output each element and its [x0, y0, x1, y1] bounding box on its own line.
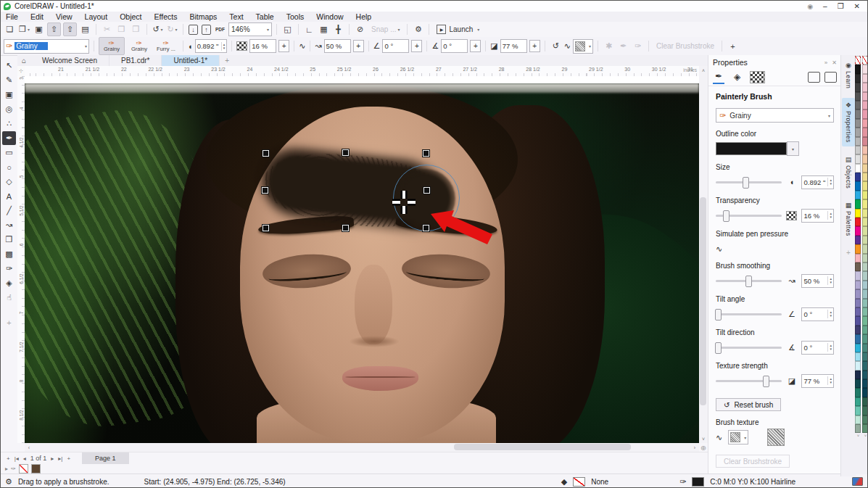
- horizontal-scrollbar[interactable]: ‹ ›: [25, 443, 699, 452]
- clear-brushstroke-button[interactable]: Clear Brushstroke: [653, 42, 717, 50]
- brush-texture-icon[interactable]: ∿: [564, 41, 571, 51]
- tilt-angle-input[interactable]: 0 °▴▾: [801, 307, 834, 321]
- smoothing-slider[interactable]: [716, 280, 782, 282]
- docker-tab-objects[interactable]: ▤Objects: [842, 152, 855, 192]
- color-swatch[interactable]: [855, 262, 861, 271]
- stroke-transparency-input[interactable]: 16 %: [249, 39, 276, 53]
- add-preset-icon[interactable]: +: [727, 40, 739, 52]
- auto-flatten-icon[interactable]: ✱: [603, 40, 615, 52]
- color-swatch[interactable]: [862, 92, 868, 101]
- scroll-left-arrow[interactable]: ‹: [25, 445, 33, 450]
- outline-color-picker[interactable]: [716, 142, 787, 155]
- selection-handle-tr[interactable]: [423, 150, 429, 157]
- export-file-icon[interactable]: ↑: [202, 25, 211, 35]
- color-swatch[interactable]: [855, 281, 861, 289]
- brushstroke-list-dropdown[interactable]: ✑Grainy▾: [4, 39, 89, 54]
- menu-effects[interactable]: Effects: [154, 12, 177, 21]
- color-swatch[interactable]: [862, 289, 868, 298]
- menu-table[interactable]: Table: [256, 12, 274, 21]
- color-swatch[interactable]: [855, 128, 861, 136]
- color-swatch[interactable]: [855, 154, 861, 163]
- color-swatch[interactable]: [855, 137, 861, 146]
- color-swatch[interactable]: [855, 146, 861, 154]
- brush-style-dropdown[interactable]: ✑Grainy ▾: [716, 108, 834, 123]
- selection-handle-tl[interactable]: [263, 150, 269, 157]
- crop-tool[interactable]: ▣: [2, 88, 16, 102]
- menu-object[interactable]: Object: [120, 12, 141, 21]
- brush-texture-dropdown[interactable]: ▾: [728, 430, 748, 444]
- pen-pressure-toggle-icon[interactable]: ∿: [716, 244, 722, 253]
- pick-tool[interactable]: ↖: [2, 59, 16, 73]
- next-page-button[interactable]: ▸: [51, 455, 54, 462]
- add-page-button-left[interactable]: +: [7, 455, 10, 462]
- cut-icon[interactable]: ✂: [101, 23, 113, 36]
- color-swatch[interactable]: [855, 65, 861, 73]
- color-swatch[interactable]: [855, 406, 861, 415]
- brush-smoothing-increment-button[interactable]: +: [353, 40, 364, 52]
- color-swatch[interactable]: [855, 316, 861, 325]
- document-tab-0[interactable]: Welcome Screen: [30, 55, 109, 66]
- color-swatch[interactable]: [862, 415, 868, 424]
- page-tab[interactable]: Page 1: [82, 452, 129, 464]
- smart-fill-tool[interactable]: ◈: [2, 276, 16, 290]
- brush-preset-0[interactable]: ✑Grainy: [99, 37, 125, 55]
- texture-strength-input[interactable]: 77 %▴▾: [801, 374, 834, 388]
- color-swatch[interactable]: [862, 128, 868, 136]
- color-swatch[interactable]: [855, 218, 861, 226]
- eyedropper-tool[interactable]: ✑: [2, 262, 16, 276]
- color-swatch[interactable]: [862, 226, 868, 235]
- docker-pin-icon[interactable]: »: [824, 59, 827, 66]
- color-swatch[interactable]: [855, 334, 861, 343]
- minimize-button[interactable]: –: [823, 2, 827, 10]
- color-swatch[interactable]: [862, 299, 868, 307]
- tilt-angle-slider[interactable]: [716, 313, 782, 315]
- grid-icon[interactable]: ▦: [318, 23, 330, 36]
- color-swatch[interactable]: [862, 109, 868, 118]
- color-swatch[interactable]: [862, 379, 868, 388]
- color-swatch[interactable]: [862, 236, 868, 244]
- tilt-direction-increment-button[interactable]: +: [470, 40, 481, 52]
- transparency-slider[interactable]: [716, 215, 782, 217]
- color-swatch[interactable]: [855, 83, 861, 91]
- texture-strength-input[interactable]: 77 %: [500, 39, 527, 53]
- tilt-direction-input[interactable]: 0 °▴▾: [801, 341, 834, 355]
- color-swatch[interactable]: [862, 326, 868, 334]
- color-swatch[interactable]: [862, 262, 868, 271]
- color-swatch[interactable]: [855, 74, 861, 83]
- color-swatch[interactable]: [862, 56, 868, 65]
- color-swatch[interactable]: [862, 271, 868, 280]
- sprayer-tool[interactable]: ∴: [2, 117, 16, 131]
- color-swatch[interactable]: [862, 74, 868, 83]
- color-swatch[interactable]: [862, 388, 868, 397]
- reset-brush-button[interactable]: ↺Reset brush: [716, 398, 781, 411]
- painterly-brush-tool[interactable]: ✒: [2, 131, 16, 145]
- snap-off-icon[interactable]: ⊘: [354, 23, 366, 36]
- pen-pressure-icon[interactable]: ∿: [299, 41, 305, 51]
- color-swatch[interactable]: [855, 415, 861, 424]
- horizontal-scroll-thumb[interactable]: [454, 444, 632, 450]
- scroll-right-arrow[interactable]: ›: [690, 445, 699, 450]
- brush-preset-2[interactable]: ✑Furry ...: [154, 38, 178, 54]
- texture-strength-slider[interactable]: [716, 380, 782, 382]
- color-swatch[interactable]: [862, 361, 868, 370]
- undo-icon[interactable]: ↺▾: [152, 23, 164, 36]
- brush-texture-picker[interactable]: ▾: [573, 39, 593, 54]
- rulers-icon[interactable]: ∟: [303, 23, 315, 36]
- last-page-button[interactable]: ▸|: [58, 455, 62, 462]
- new-document-icon[interactable]: ❏: [4, 23, 16, 36]
- selection-handle-mr[interactable]: [423, 187, 430, 194]
- transparency-input[interactable]: 16 %▴▾: [801, 209, 834, 223]
- color-swatch[interactable]: [862, 199, 868, 208]
- new-document-tab-button[interactable]: +: [220, 55, 234, 66]
- color-swatch[interactable]: [862, 307, 868, 316]
- horizontal-ruler[interactable]: inches 2121 1/22222 1/22323 1/22424 1/22…: [25, 66, 699, 77]
- size-slider[interactable]: [716, 181, 782, 183]
- shape-tool[interactable]: ✎: [2, 73, 16, 87]
- home-icon[interactable]: ⌂: [17, 55, 30, 66]
- color-swatch[interactable]: [855, 244, 861, 253]
- brush-mode-icon[interactable]: ✒: [617, 40, 629, 52]
- account-icon[interactable]: ◉: [807, 3, 813, 10]
- color-swatch[interactable]: [862, 334, 868, 343]
- color-swatch[interactable]: [862, 424, 868, 433]
- color-swatch[interactable]: [862, 397, 868, 406]
